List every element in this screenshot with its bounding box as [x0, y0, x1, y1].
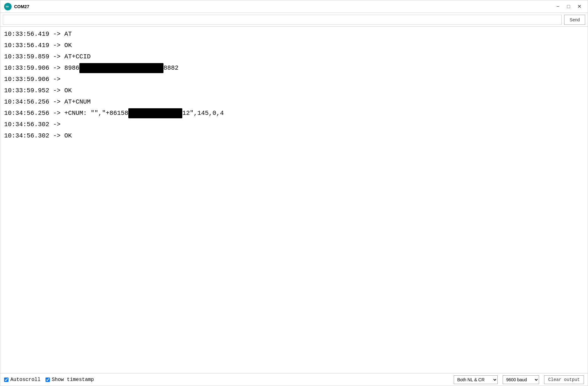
output-line: 10:33:59.952 -> OK	[4, 86, 584, 96]
clear-output-button[interactable]: Clear output	[544, 375, 584, 384]
output-line: 10:33:56.419 -> AT	[4, 29, 584, 39]
show-timestamp-group: Show timestamp	[45, 377, 94, 383]
output-line: 10:34:56.256 -> +CNUM: "","+86158 12",14…	[4, 108, 584, 118]
serial-input[interactable]	[3, 15, 562, 25]
show-timestamp-label: Show timestamp	[52, 377, 94, 383]
output-line: 10:34:56.256 -> AT+CNUM	[4, 97, 584, 107]
autoscroll-checkbox[interactable]	[4, 378, 8, 382]
baud-rate-dropdown[interactable]: 300 baud 1200 baud 2400 baud 4800 baud 9…	[503, 375, 539, 384]
autoscroll-group: Autoscroll	[4, 377, 40, 383]
output-line: 10:34:56.302 ->	[4, 120, 584, 130]
send-button[interactable]: Send	[564, 15, 585, 25]
output-area: 10:33:56.419 -> AT 10:33:56.419 -> OK 10…	[0, 27, 588, 373]
output-line: 10:33:59.906 -> 8986 8882	[4, 63, 584, 73]
output-line: 10:33:59.906 ->	[4, 74, 584, 84]
redacted-content	[128, 108, 182, 118]
output-line: 10:34:56.302 -> OK	[4, 131, 584, 141]
autoscroll-label: Autoscroll	[10, 377, 40, 383]
output-line: 10:33:56.419 -> OK	[4, 40, 584, 51]
line-ending-dropdown[interactable]: No line ending Newline Carriage return B…	[454, 375, 498, 384]
arduino-serial-monitor: ∞ COM27 − □ ✕ Send 10:33:56.419 -> AT 10…	[0, 0, 588, 386]
show-timestamp-checkbox[interactable]	[45, 378, 50, 382]
close-button[interactable]: ✕	[575, 2, 584, 11]
window-title: COM27	[14, 4, 553, 9]
redacted-content	[79, 63, 163, 73]
title-bar: ∞ COM27 − □ ✕	[0, 0, 588, 13]
arduino-logo-icon: ∞	[4, 3, 12, 10]
svg-text:∞: ∞	[6, 4, 9, 9]
output-line: 10:33:59.859 -> AT+CCID	[4, 52, 584, 62]
toolbar: Send	[0, 13, 588, 27]
status-bar: Autoscroll Show timestamp No line ending…	[0, 373, 588, 386]
minimize-button[interactable]: −	[553, 2, 563, 11]
maximize-button[interactable]: □	[564, 2, 573, 11]
window-controls: − □ ✕	[553, 2, 584, 11]
